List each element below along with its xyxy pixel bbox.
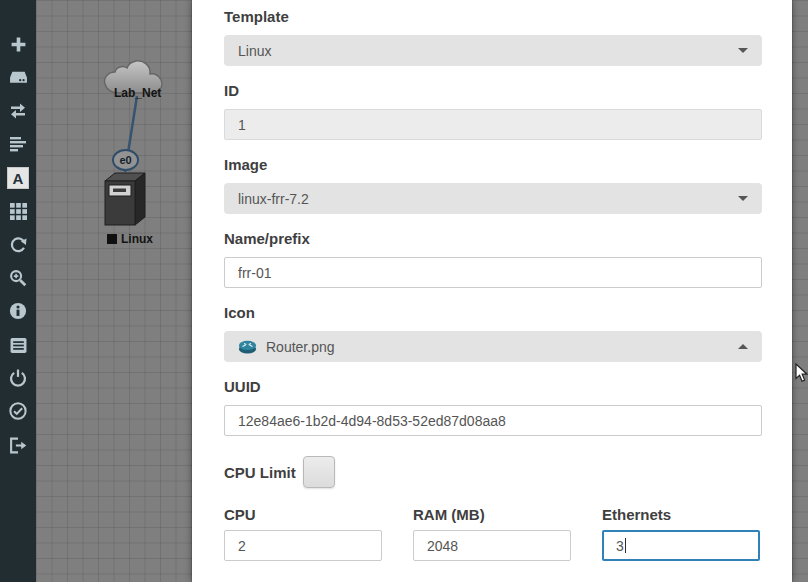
id-label: ID [224,82,239,99]
canvas-right-strip[interactable] [792,0,808,582]
pictures-button[interactable] [7,200,29,222]
text-cursor [625,538,626,553]
cpu-input[interactable]: 2 [224,530,382,561]
ram-input[interactable]: 2048 [413,530,571,561]
template-label: Template [224,8,289,25]
configured-nodes-button[interactable] [7,334,29,356]
image-select[interactable]: linux-frr-7.2 [224,183,762,214]
plus-icon [10,36,27,53]
icon-label: Icon [224,304,255,321]
toolbar-sidebar: A [0,0,36,582]
cpu-limit-label: CPU Limit [224,464,296,481]
interface-badge[interactable]: e0 [112,149,139,171]
add-object-button[interactable] [7,33,29,55]
zoom-button[interactable] [7,267,29,289]
align-left-icon [10,136,27,152]
power-icon [9,369,27,387]
hdd-icon [9,69,28,86]
uuid-input[interactable]: 12e84ae6-1b2d-4d94-8d53-52ed87d08aa8 [224,405,762,436]
nodes-button[interactable] [7,66,29,88]
ethernets-label: Ethernets [602,506,760,523]
name-prefix-label: Name/prefix [224,230,310,247]
exchange-arrows-icon [9,103,27,119]
sign-out-icon [9,437,27,454]
chevron-down-icon [738,48,748,58]
icon-select[interactable]: Router.png [224,331,762,362]
cpu-label: CPU [224,506,382,523]
startup-configs-button[interactable] [7,133,29,155]
refresh-icon [9,236,27,254]
grid-icon [10,203,27,220]
stop-all-button[interactable] [7,367,29,389]
node-label-row[interactable]: Linux [107,232,153,246]
router-icon [238,340,257,354]
network-label[interactable]: Lab_Net [114,86,161,100]
ram-label: RAM (MB) [413,506,571,523]
info-circle-icon [9,302,27,320]
chevron-down-icon [738,196,748,206]
check-circle-icon [9,402,27,420]
close-lab-button[interactable] [7,434,29,456]
uuid-label: UUID [224,378,261,395]
server-icon[interactable] [104,172,146,234]
font-icon: A [7,167,29,189]
name-prefix-input[interactable]: frr-01 [224,257,762,288]
cpu-limit-checkbox[interactable] [303,456,335,488]
search-plus-icon [9,269,27,287]
topology-canvas[interactable]: Lab_Net e0 Linux [36,0,192,582]
id-input: 1 [224,109,762,140]
table-icon [10,337,27,354]
selection-square-icon [107,234,117,244]
start-all-button[interactable] [7,400,29,422]
status-button[interactable] [7,300,29,322]
refresh-button[interactable] [7,234,29,256]
networks-button[interactable] [7,100,29,122]
node-label: Linux [121,232,153,246]
add-text-button[interactable]: A [7,167,29,189]
chevron-up-icon [738,339,748,349]
ethernets-input[interactable]: 3 [602,530,760,561]
node-config-panel: Template Linux ID 1 Image linux-frr-7.2 … [192,0,792,582]
image-label: Image [224,156,267,173]
template-select[interactable]: Linux [224,35,762,66]
